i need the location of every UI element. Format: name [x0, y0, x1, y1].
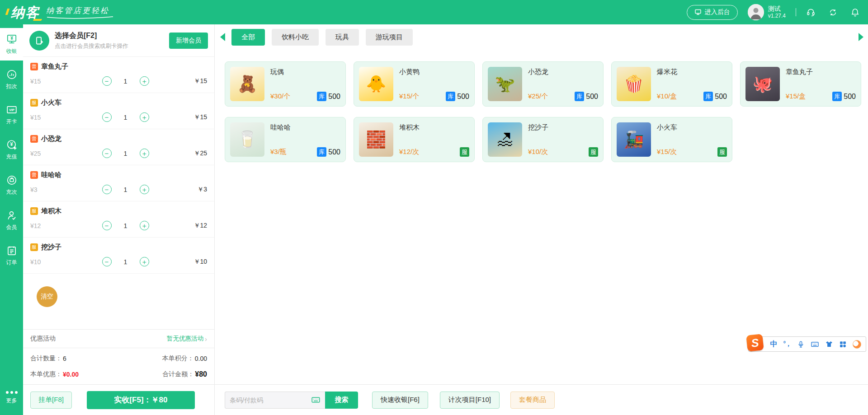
product-price: ¥12/次 [399, 148, 419, 156]
stock-badge: 库 [703, 92, 713, 101]
quantity-stepper: − 1 ＋ [72, 149, 179, 158]
cart-item-qty: 1 [123, 258, 129, 266]
ime-mascot-icon[interactable] [853, 340, 861, 349]
product-card[interactable]: 🐥 小黄鸭 ¥15/个 库500 [354, 61, 475, 107]
cart-item: 普 哇哈哈 ¥3 − 1 ＋ ￥3 [23, 165, 214, 201]
tab-toys[interactable]: 玩具 [326, 29, 359, 46]
cart-item-name: 章鱼丸子 [41, 62, 68, 71]
product-card[interactable]: 🍿 爆米花 ¥10/盒 库500 [611, 61, 732, 107]
decrease-button[interactable]: − [102, 112, 112, 122]
member-select-title: 选择会员[F2] [55, 31, 169, 41]
member-check-icon [6, 210, 18, 221]
sidebar-item-more[interactable]: 更多 [0, 385, 23, 410]
barcode-input[interactable] [230, 396, 308, 404]
product-card[interactable]: 🧱 堆积木 ¥12/次 服 [354, 117, 475, 162]
product-image: 🦖 [488, 67, 522, 101]
search-button[interactable]: 搜索 [325, 392, 358, 409]
sidebar-item-members[interactable]: 会员 [0, 204, 23, 237]
points-value: 0.00 [195, 355, 207, 362]
cart-item-name: 哇哈哈 [41, 171, 61, 179]
tab-drinks-snacks[interactable]: 饮料小吃 [272, 29, 319, 46]
member-card-icon [29, 31, 49, 51]
sidebar-item-cashier[interactable]: ¥ 收银 [0, 28, 23, 61]
avatar[interactable] [748, 4, 764, 20]
ime-language-mode-icon[interactable]: 中 [770, 340, 777, 349]
sogou-logo-icon[interactable]: S [746, 334, 764, 352]
tab-scroll-left-icon[interactable] [220, 33, 225, 41]
decrease-button[interactable]: − [102, 257, 112, 266]
service-type-badge: 服 [30, 243, 38, 251]
sidebar-item-open-card[interactable]: VIP 开卡 [0, 98, 23, 131]
sidebar-item-label: 会员 [6, 224, 17, 231]
tab-scroll-right-icon[interactable] [859, 33, 863, 41]
sidebar-item-recharge[interactable]: ¥ 充值 [0, 134, 23, 166]
cart-list: 普 章鱼丸子 ¥15 − 1 ＋ ￥15 服 小火车 [23, 57, 214, 329]
service-badge: 服 [589, 147, 598, 157]
stock-count: 500 [586, 93, 598, 101]
cart-item-unit-price: ¥15 [30, 114, 72, 121]
sidebar-item-recharge-times[interactable]: 充次 [0, 169, 23, 201]
product-image: 🐥 [359, 67, 393, 101]
clear-cart-button[interactable]: 清空 [37, 286, 57, 307]
product-card[interactable]: 🥛 哇哈哈 ¥3/瓶 库500 [225, 117, 346, 162]
sidebar-item-orders[interactable]: 订单 [0, 239, 23, 272]
stock-count: 500 [328, 148, 340, 156]
enter-backstage-button[interactable]: 进入后台 [687, 5, 738, 20]
increase-button[interactable]: ＋ [140, 221, 149, 230]
tab-play-items[interactable]: 游玩项目 [366, 29, 413, 46]
decrease-button[interactable]: − [102, 221, 112, 230]
sidebar-item-label: 更多 [6, 397, 17, 405]
sync-icon[interactable] [828, 8, 838, 17]
barcode-field[interactable] [225, 392, 325, 409]
ime-punctuation-icon[interactable]: °， [783, 340, 791, 348]
decrease-button[interactable]: − [102, 76, 112, 86]
cart-actions: 挂单[F8] 实收[F5]：￥80 [23, 384, 214, 415]
combo-products-button[interactable]: 套餐商品 [510, 392, 555, 409]
quantity-stepper: − 1 ＋ [72, 76, 179, 86]
keyboard-icon[interactable] [311, 395, 321, 405]
sidebar-item-deduct-times[interactable]: 扣次 [0, 63, 23, 96]
product-card[interactable]: 🏖 挖沙子 ¥10/次 服 [482, 117, 604, 162]
product-card[interactable]: 🦖 小恐龙 ¥25/个 库500 [482, 61, 604, 107]
quantity-stepper: − 1 ＋ [72, 112, 179, 122]
product-name: 哇哈哈 [270, 122, 340, 132]
increase-button[interactable]: ＋ [140, 149, 149, 158]
decrease-button[interactable]: − [102, 185, 112, 194]
toolbox-grid-icon[interactable] [839, 340, 847, 348]
product-card[interactable]: 🚂 小火车 ¥15/次 服 [611, 117, 732, 162]
notification-bell-icon[interactable] [850, 8, 860, 17]
app-logo: 纳客 [6, 6, 40, 19]
cart-item-total: ￥12 [179, 222, 207, 230]
cashier-icon: ¥ [6, 33, 18, 45]
cart-item: 普 小恐龙 ¥25 − 1 ＋ ￥25 [23, 129, 214, 165]
increase-button[interactable]: ＋ [140, 112, 149, 122]
brand: 纳客 纳客管店更轻松 [6, 5, 109, 19]
add-member-button[interactable]: 新增会员 [169, 33, 208, 49]
increase-button[interactable]: ＋ [140, 76, 149, 86]
count-item-button[interactable]: 计次项目[F10] [440, 392, 500, 409]
product-price: ¥10/次 [528, 148, 548, 156]
user-info: 测试 v1.27.4 [768, 5, 786, 20]
product-card[interactable]: 🐙 章鱼丸子 ¥15/盒 库500 [740, 61, 861, 107]
customer-service-icon[interactable] [806, 8, 816, 17]
tab-all[interactable]: 全部 [231, 29, 265, 46]
promo-link[interactable]: 暂无优惠活动 › [167, 335, 207, 343]
increase-button[interactable]: ＋ [140, 185, 149, 194]
goods-type-badge: 普 [30, 171, 38, 179]
keyboard-icon[interactable] [811, 340, 819, 349]
cart-panel: 选择会员[F2] 点击进行会员搜索或刷卡操作 新增会员 普 章鱼丸子 ¥15 −… [23, 24, 215, 415]
stock-count: 500 [457, 93, 469, 101]
member-select[interactable]: 选择会员[F2] 点击进行会员搜索或刷卡操作 新增会员 [23, 24, 214, 57]
checkout-button[interactable]: 实收[F5]：￥80 [87, 391, 195, 409]
product-card[interactable]: 🧸 玩偶 ¥30/个 库500 [225, 61, 346, 107]
hold-order-button[interactable]: 挂单[F8] [30, 392, 72, 409]
microphone-icon[interactable] [797, 340, 805, 348]
quick-cashier-button[interactable]: 快速收银[F6] [372, 392, 428, 409]
cart-item-total: ￥10 [179, 258, 207, 266]
promo-label: 优惠活动 [30, 335, 56, 343]
increase-button[interactable]: ＋ [140, 257, 149, 266]
cart-item-qty: 1 [123, 222, 129, 229]
cart-item-unit-price: ¥25 [30, 150, 72, 157]
skin-shirt-icon[interactable] [825, 340, 833, 348]
decrease-button[interactable]: − [102, 149, 112, 158]
